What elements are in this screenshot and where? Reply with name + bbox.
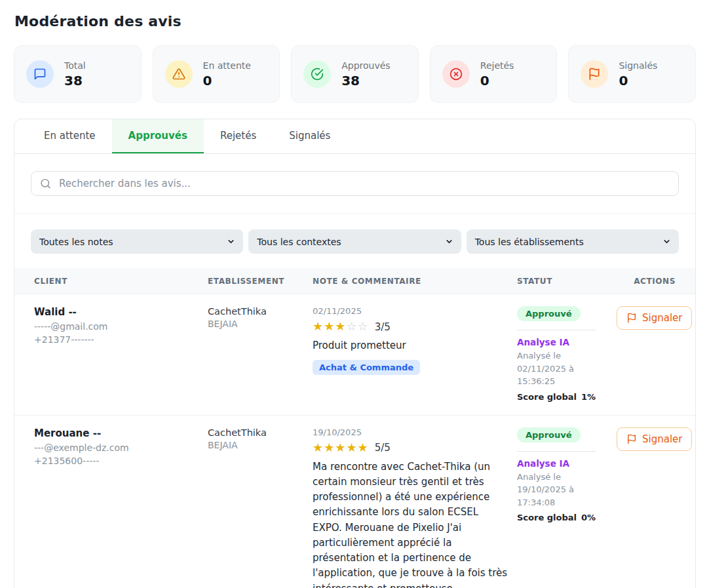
- tab-rejected[interactable]: Rejetés: [204, 119, 273, 153]
- flag-icon: [626, 434, 637, 444]
- divider: [517, 330, 596, 330]
- filled-stars-icon: ★★★: [313, 319, 346, 333]
- flag-review-button[interactable]: Signaler: [617, 306, 692, 330]
- tab-pending[interactable]: En attente: [28, 119, 112, 153]
- client-name: Merouane --: [34, 427, 208, 439]
- rating-value: 5/5: [375, 442, 391, 454]
- star-rating: ★★★★★ 5/5: [313, 442, 517, 454]
- stat-value: 38: [341, 73, 390, 88]
- filters-row: Toutes les notes Tous les contextes Tous…: [14, 214, 695, 268]
- chevron-down-icon: [662, 237, 671, 246]
- context-filter-select[interactable]: Tous les contextes: [248, 229, 461, 254]
- client-phone: +21377-------: [34, 333, 208, 346]
- context-tag: Achat & Commande: [313, 360, 420, 375]
- flag-button-label: Signaler: [642, 433, 682, 445]
- establishment-city: BEJAIA: [208, 440, 313, 450]
- stat-label: Rejetés: [480, 60, 514, 71]
- empty-stars-icon: ☆☆: [346, 319, 368, 333]
- search-input[interactable]: [31, 171, 679, 196]
- establishment-city: BEJAIA: [208, 319, 313, 329]
- stat-label: Total: [64, 60, 86, 71]
- stat-card-flagged: Signalés 0: [568, 45, 696, 103]
- review-comment: Ma rencontre avec Cachet-Thika (un certa…: [313, 460, 509, 588]
- stats-row: Total 38 En attente 0 Approuvés 38: [14, 45, 696, 103]
- stat-value: 0: [203, 73, 251, 88]
- column-header-establishment: ETABLISSEMENT: [208, 268, 313, 294]
- stat-card-pending: En attente 0: [153, 45, 280, 103]
- stat-label: Signalés: [619, 60, 657, 71]
- stat-value: 0: [619, 73, 657, 88]
- divider: [517, 451, 596, 452]
- review-moderation-page: Modération des avis Total 38 En attente …: [0, 0, 709, 588]
- stat-card-total: Total 38: [14, 45, 142, 103]
- search-section: [14, 154, 695, 214]
- review-date: 02/11/2025: [313, 306, 517, 316]
- status-badge: Approuvé: [517, 427, 581, 442]
- context-filter-value: Tous les contextes: [257, 237, 341, 247]
- column-header-review: NOTE & COMMENTAIRE: [313, 268, 517, 294]
- ai-analysis-date: Analysé le 02/11/2025 à 15:36:25: [517, 349, 596, 388]
- flag-review-button[interactable]: Signaler: [617, 427, 692, 451]
- client-phone: +2135600-----: [34, 454, 208, 467]
- review-date: 19/10/2025: [313, 427, 517, 437]
- column-header-status: STATUT: [517, 268, 617, 294]
- table-header: CLIENT ETABLISSEMENT NOTE & COMMENTAIRE …: [14, 268, 695, 294]
- stat-label: Approuvés: [341, 60, 390, 71]
- global-score-value: 1%: [581, 392, 596, 402]
- stat-value: 38: [64, 73, 86, 88]
- establishment-name: CachetThika: [208, 306, 313, 317]
- ai-analysis-title: Analyse IA: [517, 337, 596, 347]
- chevron-down-icon: [445, 237, 453, 246]
- global-score-label: Score global: [517, 513, 577, 522]
- establishment-filter-select[interactable]: Tous les établissements: [467, 229, 679, 254]
- warning-triangle-icon: [165, 60, 193, 88]
- moderation-panel: En attente Approuvés Rejetés Signalés To…: [14, 119, 696, 588]
- global-score-value: 0%: [581, 513, 596, 522]
- column-header-actions: ACTIONS: [617, 268, 676, 294]
- client-email: ---@exemple-dz.com: [34, 441, 208, 454]
- ai-analysis-date: Analysé le 19/10/2025 à 17:34:08: [517, 471, 596, 509]
- review-comment: Produit prometteur: [313, 338, 509, 353]
- stat-value: 0: [480, 73, 514, 88]
- stat-card-approved: Approuvés 38: [291, 45, 419, 103]
- tab-approved[interactable]: Approuvés: [112, 119, 204, 153]
- stat-label: En attente: [203, 60, 251, 71]
- column-header-client: CLIENT: [34, 268, 208, 294]
- check-circle-icon: [303, 60, 331, 88]
- chat-icon: [26, 60, 54, 88]
- rating-filter-select[interactable]: Toutes les notes: [31, 229, 243, 254]
- ai-analysis-title: Analyse IA: [517, 458, 596, 469]
- client-name: Walid --: [34, 306, 208, 318]
- stat-card-rejected: Rejetés 0: [430, 45, 558, 103]
- status-badge: Approuvé: [517, 306, 581, 321]
- table-row: Merouane -- ---@exemple-dz.com +2135600-…: [14, 415, 695, 588]
- star-rating: ★★★☆☆ 3/5: [313, 321, 517, 333]
- establishment-name: CachetThika: [208, 427, 313, 438]
- client-email: -----@gmail.com: [34, 320, 208, 333]
- flag-icon: [626, 313, 637, 323]
- x-circle-icon: [442, 60, 470, 88]
- table-row: Walid -- -----@gmail.com +21377------- C…: [14, 294, 695, 415]
- rating-filter-value: Toutes les notes: [39, 237, 113, 247]
- flag-icon: [581, 60, 608, 88]
- flag-button-label: Signaler: [642, 312, 682, 324]
- rating-value: 3/5: [375, 321, 391, 333]
- chevron-down-icon: [227, 237, 235, 246]
- search-icon: [40, 178, 51, 189]
- page-title: Modération des avis: [14, 13, 696, 29]
- global-score-label: Score global: [517, 392, 577, 402]
- filled-stars-icon: ★★★★★: [313, 441, 369, 454]
- status-tabs: En attente Approuvés Rejetés Signalés: [14, 119, 695, 154]
- establishment-filter-value: Tous les établissements: [475, 237, 584, 247]
- tab-flagged[interactable]: Signalés: [273, 119, 347, 153]
